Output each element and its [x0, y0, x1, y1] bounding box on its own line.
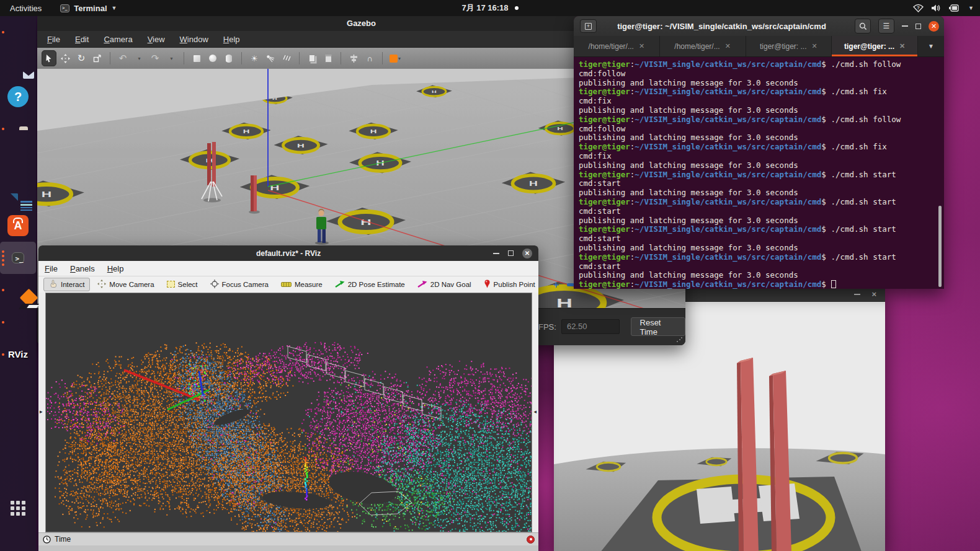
dock: ?A>_RViz — [0, 16, 36, 551]
point-light-icon[interactable]: ☀ — [247, 50, 262, 66]
close-icon[interactable]: ✕ — [522, 249, 532, 258]
toolbar-separator — [341, 52, 341, 64]
dock-item-help[interactable]: ? — [0, 81, 36, 113]
gazebo-menu-view[interactable]: View — [148, 35, 165, 44]
copy-icon[interactable] — [305, 50, 319, 66]
terminal-cursor — [831, 280, 836, 288]
toolbar-separator — [241, 52, 242, 64]
minimize-icon[interactable] — [902, 25, 908, 27]
right-panel-expand-icon[interactable]: ◂ — [533, 408, 537, 415]
translate-icon[interactable] — [58, 50, 73, 66]
time-panel-header[interactable]: Time — [38, 532, 538, 545]
rviz-tool-measure[interactable]: Measure — [276, 280, 327, 289]
close-icon[interactable]: × — [871, 289, 876, 299]
show-applications-button[interactable] — [0, 492, 36, 524]
undo-caret-icon[interactable]: ▾ — [131, 50, 146, 66]
maximize-icon[interactable] — [915, 24, 921, 29]
terminal-line: publishing and latching message for 3.0 … — [579, 271, 944, 280]
rviz-tool-interact[interactable]: Interact — [43, 278, 90, 291]
rviz-tool-move-camera[interactable]: Move Camera — [92, 278, 159, 291]
rviz-tool-select[interactable]: Select — [162, 280, 203, 290]
rviz-toolbar: InteractMove CameraSelectFocus CameraMea… — [38, 276, 538, 293]
fps-label: FPS: — [538, 322, 556, 332]
rviz-menubar: FilePanelsHelp — [38, 261, 538, 276]
terminal-line: cmd:follow — [579, 69, 944, 79]
rviz-menu-file[interactable]: File — [45, 264, 58, 273]
dock-item-app-dark[interactable] — [0, 306, 36, 338]
terminal-line: cmd:fix — [579, 152, 944, 161]
rviz-tool-focus-camera[interactable]: Focus Camera — [205, 278, 274, 291]
resize-grip[interactable] — [676, 337, 682, 343]
terminal-headerbar[interactable]: + tiger@tiger: ~/VISIM_single/catkin_ws/… — [574, 16, 944, 36]
rviz-window: default.rviz* - RViz ✕ FilePanelsHelp In… — [38, 245, 538, 551]
undo-icon[interactable]: ↶ — [115, 50, 130, 66]
system-status-area[interactable]: ? ▼ — [913, 0, 974, 16]
gazebo-menu-file[interactable]: File — [47, 35, 60, 44]
terminal-tabbar: /home/tiger/...✕/home/tiger/...✕tiger@ti… — [574, 36, 944, 57]
close-icon[interactable]: ✕ — [929, 21, 939, 32]
terminal-line: publishing and latching message for 3.0 … — [579, 216, 944, 226]
pointer-icon[interactable] — [42, 50, 56, 66]
dock-item-firefox[interactable] — [0, 16, 36, 48]
align-icon[interactable] — [346, 50, 361, 66]
view-angle-icon[interactable]: ▾ — [388, 50, 403, 66]
scale-icon[interactable] — [90, 50, 105, 66]
rviz-tool-publish-point[interactable]: Publish Point — [479, 278, 540, 291]
maximize-icon[interactable] — [508, 250, 514, 256]
tab-close-icon[interactable]: ✕ — [639, 42, 644, 50]
minimize-icon[interactable] — [493, 253, 499, 254]
tab-list-caret-icon[interactable]: ▼ — [918, 36, 944, 56]
menu-button[interactable]: ☰ — [878, 19, 894, 33]
top-bar: Activities >_ Terminal ▼ 7月 17 16:18 ? — [0, 0, 980, 16]
spot-light-icon[interactable] — [263, 50, 278, 66]
rviz-titlebar[interactable]: default.rviz* - RViz ✕ — [38, 245, 538, 261]
record-button[interactable] — [527, 536, 535, 544]
dock-item-thunderbird[interactable] — [0, 48, 36, 81]
gazebo-menu-edit[interactable]: Edit — [75, 35, 89, 44]
sphere-icon[interactable] — [205, 50, 220, 66]
scrollbar-thumb[interactable] — [938, 206, 942, 287]
terminal-line: publishing and latching message for 3.0 … — [579, 79, 944, 88]
rviz-menu-panels[interactable]: Panels — [70, 264, 95, 273]
rviz-tool-2d-pose-estimate[interactable]: 2D Pose Estimate — [330, 279, 410, 290]
dock-item-files[interactable] — [0, 113, 36, 145]
tab-close-icon[interactable]: ✕ — [725, 42, 731, 50]
rotate-icon[interactable]: ↻ — [74, 50, 89, 66]
gazebo-menu-help[interactable]: Help — [223, 35, 240, 44]
clock-menu[interactable]: 7月 17 16:18 — [0, 2, 980, 14]
paste-icon[interactable] — [321, 50, 336, 66]
dock-item-gazebo[interactable] — [0, 274, 36, 306]
dock-item-rhythmbox[interactable] — [0, 145, 36, 177]
box-icon[interactable] — [189, 50, 204, 66]
directional-light-icon[interactable] — [279, 50, 294, 66]
snap-icon[interactable]: ∩ — [362, 50, 377, 66]
dock-item-libreoffice[interactable] — [0, 177, 36, 209]
left-panel-expand-icon[interactable]: ▸ — [40, 408, 43, 415]
gazebo-menu-camera[interactable]: Camera — [104, 35, 132, 44]
software-icon: A — [7, 215, 29, 236]
redo-icon[interactable]: ↷ — [148, 50, 163, 66]
cylinder-icon[interactable] — [221, 50, 236, 66]
gazebo-menu-window[interactable]: Window — [180, 35, 208, 44]
toolbar-separator — [110, 52, 110, 64]
dock-item-software[interactable]: A — [0, 209, 36, 242]
new-tab-button[interactable]: + — [580, 19, 597, 33]
terminal-tab[interactable]: /home/tiger/...✕ — [574, 36, 660, 56]
rviz-tool-2d-nav-goal[interactable]: 2D Nav Goal — [412, 279, 476, 290]
remove-tool-icon[interactable] — [567, 283, 574, 286]
terminal-tab[interactable]: /home/tiger/...✕ — [660, 36, 746, 56]
terminal-screen[interactable]: tiger@tiger:~/VISIM_single/catkin_ws/src… — [574, 57, 944, 289]
tab-close-icon[interactable]: ✕ — [899, 42, 905, 50]
tab-close-icon[interactable]: ✕ — [812, 42, 817, 50]
dock-item-rviz[interactable]: RViz — [0, 338, 36, 371]
minimize-icon[interactable] — [854, 294, 860, 295]
terminal-tab[interactable]: tiger@tiger: ...✕ — [832, 36, 918, 56]
add-tool-icon[interactable]: ＋ — [551, 279, 561, 291]
redo-caret-icon[interactable]: ▾ — [164, 50, 179, 66]
rviz-menu-help[interactable]: Help — [107, 264, 124, 273]
rviz-viewport[interactable] — [45, 293, 532, 532]
reset-time-button[interactable]: Reset Time — [631, 317, 685, 336]
search-button[interactable] — [855, 19, 871, 33]
dock-item-terminal[interactable]: >_ — [0, 242, 36, 274]
terminal-tab[interactable]: tiger@tiger: ...✕ — [746, 36, 832, 56]
